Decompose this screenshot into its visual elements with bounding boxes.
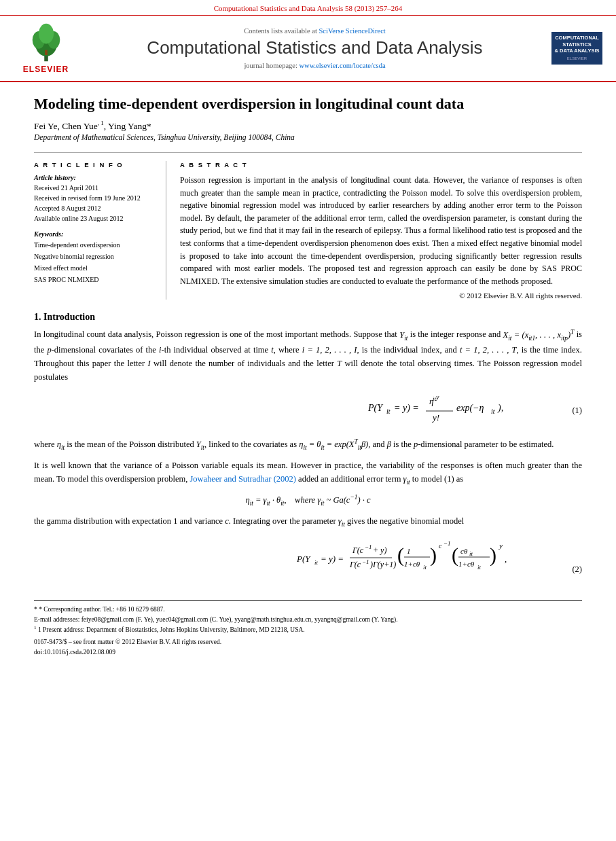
formula-2-svg: P(Y it = y) = Γ(c −1 + y) Γ(c −1 )Γ(y+1)… xyxy=(297,536,555,584)
formula-1: P(Y it = y) = η y it y! exp(−η it ), xyxy=(365,392,541,429)
keywords-group: Keywords: Time-dependent overdispersion … xyxy=(34,230,156,285)
keywords-list: Time-dependent overdispersion Negative b… xyxy=(34,239,156,285)
author-ying: , Ying Yang* xyxy=(104,120,151,130)
svg-text:(: ( xyxy=(397,543,404,567)
svg-text:y!: y! xyxy=(431,412,439,423)
svg-text:Γ(c: Γ(c xyxy=(352,545,364,555)
author-sup: , 1 xyxy=(98,120,104,126)
author-fei-chen: Fei Ye, Chen Yue xyxy=(34,120,98,130)
article-info-column: A R T I C L E I N F O Article history: R… xyxy=(34,161,166,300)
intro-paragraph-4: the gamma distribution with expectation … xyxy=(34,514,582,530)
svg-text:1+cθ: 1+cθ xyxy=(404,560,420,568)
article-info-heading: A R T I C L E I N F O xyxy=(34,161,156,168)
svg-text:P(Y: P(Y xyxy=(297,554,311,564)
journal-header: ELSEVIER Contents lists available at Sci… xyxy=(0,16,616,82)
journal-center: Contents lists available at SciVerse Sci… xyxy=(85,27,545,69)
svg-text:+ y): + y) xyxy=(373,545,386,555)
article-history-group: Article history: Received 21 April 2011 … xyxy=(34,174,156,223)
present-address-note: 1 1 Present address: Department of Biost… xyxy=(34,624,582,634)
sciverse-line: Contents lists available at SciVerse Sci… xyxy=(85,27,545,35)
cover-title: COMPUTATIONALSTATISTICS& DATA ANALYSIS xyxy=(554,35,600,54)
svg-text:= y) =: = y) = xyxy=(394,403,419,414)
available-date: Available online 23 August 2012 xyxy=(34,213,156,223)
journal-citation-bar: Computational Statistics and Data Analys… xyxy=(0,0,616,16)
sciverse-link[interactable]: SciVerse ScienceDirect xyxy=(319,27,385,35)
introduction-section: 1. Introduction In longitudinal count da… xyxy=(34,312,582,586)
svg-text:exp(−η: exp(−η xyxy=(456,403,484,414)
svg-text:= y) =: = y) = xyxy=(321,554,344,564)
svg-text:−1: −1 xyxy=(365,543,372,550)
svg-text:P(Y: P(Y xyxy=(367,403,384,414)
affiliation: Department of Mathematical Sciences, Tsi… xyxy=(34,133,582,141)
corresponding-author-note: * * Corresponding author. Tel.: +86 10 6… xyxy=(34,605,582,614)
homepage-link[interactable]: www.elsevier.com/locate/csda xyxy=(300,62,386,69)
email-note: E-mail addresses: feiye08@gmail.com (F. … xyxy=(34,615,582,624)
journal-title: Computational Statistics and Data Analys… xyxy=(85,37,545,58)
abstract-text: Poisson regression is important in the a… xyxy=(180,174,582,287)
elsevier-tree-icon xyxy=(26,22,67,63)
intro-paragraph-1: In longitudinal count data analysis, Poi… xyxy=(34,327,582,384)
svg-text:it: it xyxy=(469,550,473,557)
svg-text:): ) xyxy=(490,543,496,567)
elsevier-logo: ELSEVIER xyxy=(14,22,78,74)
authors-line: Fei Ye, Chen Yue, 1, Ying Yang* xyxy=(34,120,582,132)
svg-text:y: y xyxy=(499,541,503,550)
intro-paragraph-3: It is well known that the variance of a … xyxy=(34,459,582,488)
svg-text:1+cθ: 1+cθ xyxy=(458,560,475,568)
formula-2: P(Y it = y) = Γ(c −1 + y) Γ(c −1 )Γ(y+1)… xyxy=(297,536,555,586)
formula-2-number: (2) xyxy=(555,548,582,575)
svg-text:it: it xyxy=(314,559,319,566)
formula-1-svg: P(Y it = y) = η y it y! exp(−η it ), xyxy=(365,392,541,426)
footer-area: * * Corresponding author. Tel.: +86 10 6… xyxy=(34,600,582,656)
journal-citation-text: Computational Statistics and Data Analys… xyxy=(214,4,403,12)
svg-text:c: c xyxy=(439,542,442,550)
svg-text:it: it xyxy=(386,408,391,415)
formula-1-container: P(Y it = y) = η y it y! exp(−η it ), (1) xyxy=(34,392,582,429)
svg-text:−1: −1 xyxy=(443,540,451,547)
received-date: Received 21 April 2011 xyxy=(34,183,156,193)
svg-point-4 xyxy=(38,24,53,44)
abstract-section: A B S T R A C T Poisson regression is im… xyxy=(180,161,582,300)
svg-text:Γ(c: Γ(c xyxy=(349,560,361,569)
keyword-4: SAS PROC NLMIXED xyxy=(34,274,156,285)
intro-paragraph-2: where ηit is the mean of the Poisson dis… xyxy=(34,437,582,453)
inline-formula-block: ηit = γit · θit, where γit ~ Ga(c−1) · c xyxy=(34,493,582,509)
revised-date: Received in revised form 19 June 2012 xyxy=(34,193,156,203)
svg-text:it: it xyxy=(433,395,437,402)
journal-homepage: journal homepage: www.elsevier.com/locat… xyxy=(85,62,545,69)
copyright-line: © 2012 Elsevier B.V. All rights reserved… xyxy=(180,291,582,300)
svg-text:−1: −1 xyxy=(362,558,369,565)
license-note: 0167-9473/$ – see front matter © 2012 El… xyxy=(34,637,582,647)
article-title: Modeling time-dependent overdispersion i… xyxy=(34,94,582,114)
svg-text:): ) xyxy=(430,543,437,567)
keywords-label: Keywords: xyxy=(34,230,156,238)
svg-text:it: it xyxy=(477,564,482,571)
svg-text:cθ: cθ xyxy=(460,547,468,555)
article-meta: A R T I C L E I N F O Article history: R… xyxy=(34,152,582,300)
formula-2-container: P(Y it = y) = Γ(c −1 + y) Γ(c −1 )Γ(y+1)… xyxy=(34,536,582,586)
elsevier-label: ELSEVIER xyxy=(23,65,69,74)
keyword-3: Mixed effect model xyxy=(34,262,156,274)
main-content: Modeling time-dependent overdispersion i… xyxy=(0,82,616,670)
formula-1-number: (1) xyxy=(541,406,582,416)
keyword-1: Time-dependent overdispersion xyxy=(34,239,156,251)
svg-text:1: 1 xyxy=(407,547,411,555)
abstract-heading: A B S T R A C T xyxy=(180,161,582,168)
svg-text:,: , xyxy=(505,554,507,564)
journal-cover-thumbnail: COMPUTATIONALSTATISTICS& DATA ANALYSIS E… xyxy=(551,32,602,65)
svg-text:it: it xyxy=(491,408,495,415)
svg-text:)Γ(y+1): )Γ(y+1) xyxy=(369,560,396,569)
doi-note: doi:10.1016/j.csda.2012.08.009 xyxy=(34,647,582,657)
introduction-title: 1. Introduction xyxy=(34,312,582,323)
svg-text:),: ), xyxy=(497,403,503,414)
accepted-date: Accepted 8 August 2012 xyxy=(34,203,156,213)
svg-text:it: it xyxy=(423,564,427,571)
history-label: Article history: xyxy=(34,174,156,181)
svg-rect-5 xyxy=(45,50,48,55)
keyword-2: Negative binomial regression xyxy=(34,251,156,262)
svg-text:(: ( xyxy=(452,543,458,567)
